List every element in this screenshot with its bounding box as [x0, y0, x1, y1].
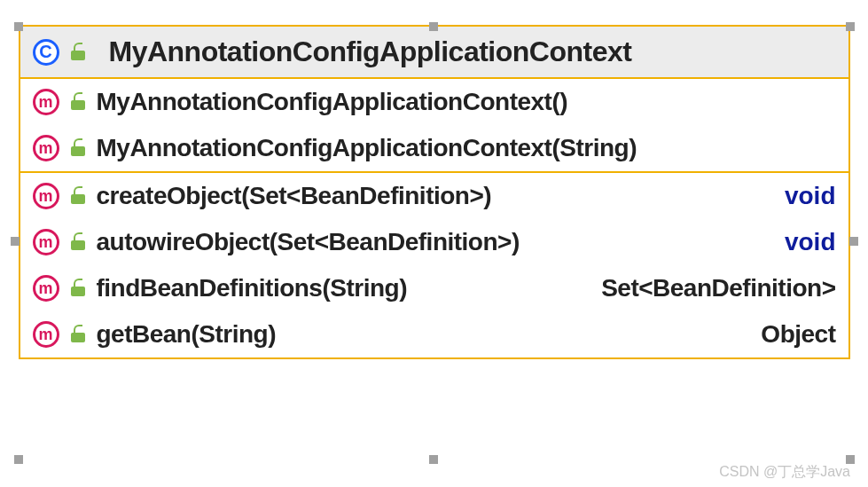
- method-row: m createObject(Set<BeanDefinition>) void: [20, 173, 848, 219]
- method-icon: m: [33, 275, 59, 302]
- selection-handle[interactable]: [14, 22, 23, 31]
- method-row: m getBean(String) Object: [20, 311, 848, 357]
- methods-section: m createObject(Set<BeanDefinition>) void…: [20, 173, 848, 357]
- constructor-row: m MyAnnotationConfigApplicationContext(S…: [20, 125, 848, 171]
- constructor-signature: MyAnnotationConfigApplicationContext(Str…: [97, 134, 637, 162]
- class-name: MyAnnotationConfigApplicationContext: [109, 35, 632, 68]
- selection-handle[interactable]: [11, 237, 20, 246]
- class-diagram: C MyAnnotationConfigApplicationContext m…: [19, 25, 850, 359]
- class-icon: C: [33, 39, 59, 66]
- return-type: Object: [761, 320, 835, 349]
- selection-handle[interactable]: [846, 22, 855, 31]
- method-icon: m: [33, 135, 59, 161]
- constructor-signature: MyAnnotationConfigApplicationContext(): [97, 88, 568, 116]
- return-type: Set<BeanDefinition>: [601, 274, 835, 302]
- selection-handle[interactable]: [849, 237, 858, 246]
- method-row: m findBeanDefinitions(String) Set<BeanDe…: [20, 265, 848, 311]
- method-row: m autowireObject(Set<BeanDefinition>) vo…: [20, 219, 848, 265]
- method-icon: m: [33, 183, 59, 209]
- watermark: CSDN @丁总学Java: [719, 463, 850, 482]
- unlock-icon: [68, 325, 88, 344]
- method-signature: autowireObject(Set<BeanDefinition>): [97, 228, 520, 256]
- method-signature: getBean(String): [97, 320, 277, 349]
- constructors-section: m MyAnnotationConfigApplicationContext()…: [20, 79, 848, 173]
- return-type: void: [785, 182, 836, 210]
- method-signature: findBeanDefinitions(String): [97, 274, 407, 302]
- selection-handle[interactable]: [14, 455, 23, 464]
- unlock-icon: [68, 92, 88, 112]
- class-header: C MyAnnotationConfigApplicationContext: [20, 27, 848, 79]
- unlock-icon: [68, 43, 88, 62]
- selection-handle[interactable]: [429, 455, 438, 464]
- selection-handle[interactable]: [429, 22, 438, 31]
- method-signature: createObject(Set<BeanDefinition>): [97, 182, 492, 210]
- method-icon: m: [33, 89, 59, 115]
- unlock-icon: [68, 186, 88, 206]
- unlock-icon: [68, 279, 88, 298]
- unlock-icon: [68, 138, 88, 158]
- unlock-icon: [68, 232, 88, 252]
- method-icon: m: [33, 321, 59, 348]
- return-type: void: [785, 228, 836, 256]
- method-icon: m: [33, 229, 59, 255]
- constructor-row: m MyAnnotationConfigApplicationContext(): [20, 79, 848, 125]
